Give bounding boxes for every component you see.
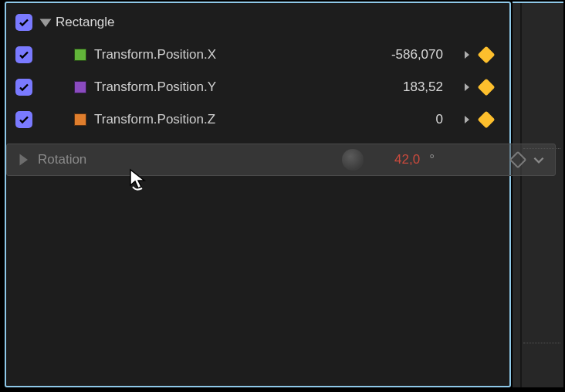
property-value[interactable]: 183,52 <box>341 79 449 95</box>
disclosure-right-icon[interactable] <box>16 153 30 167</box>
property-value[interactable]: -586,070 <box>341 47 449 63</box>
go-to-keyframe-icon[interactable] <box>455 110 474 129</box>
property-row-x[interactable]: Transform.Position.X -586,070 <box>6 39 509 71</box>
go-to-keyframe-icon[interactable] <box>455 78 474 96</box>
visibility-checkbox[interactable] <box>15 79 32 96</box>
gutter-tick <box>523 343 560 343</box>
property-label: Transform.Position.Z <box>94 112 341 127</box>
go-to-keyframe-icon[interactable] <box>455 46 474 64</box>
timeline-gutter <box>513 2 563 387</box>
keyframe-icon[interactable] <box>477 78 496 96</box>
visibility-checkbox[interactable] <box>15 14 32 31</box>
dragged-property-rotation[interactable]: Rotation 42,0 ° <box>6 144 556 176</box>
chevron-down-icon[interactable] <box>532 153 546 167</box>
keyframe-empty-icon[interactable] <box>509 151 527 169</box>
property-group-header[interactable]: Rectangle <box>6 6 509 39</box>
color-swatch <box>74 81 86 93</box>
rotation-dial-icon[interactable] <box>342 149 364 171</box>
keyframe-icon[interactable] <box>477 46 496 64</box>
property-row-y[interactable]: Transform.Position.Y 183,52 <box>6 71 509 103</box>
properties-panel: Rectangle Transform.Position.X -586,070 … <box>5 2 511 387</box>
color-swatch <box>74 113 86 126</box>
visibility-checkbox[interactable] <box>15 111 32 128</box>
property-list: Rectangle Transform.Position.X -586,070 … <box>6 3 509 136</box>
color-swatch <box>74 49 86 61</box>
visibility-checkbox[interactable] <box>15 46 32 63</box>
property-label: Transform.Position.Y <box>94 79 341 95</box>
property-value[interactable]: 42,0 <box>394 152 420 167</box>
property-label: Rotation <box>38 152 86 167</box>
disclosure-down-icon[interactable] <box>39 15 52 29</box>
property-row-z[interactable]: Transform.Position.Z 0 <box>6 103 509 136</box>
property-label: Transform.Position.X <box>94 47 341 63</box>
unit-label: ° <box>429 152 435 167</box>
property-value[interactable]: 0 <box>341 112 449 127</box>
keyframe-icon[interactable] <box>477 110 496 129</box>
group-label: Rectangle <box>56 15 509 30</box>
